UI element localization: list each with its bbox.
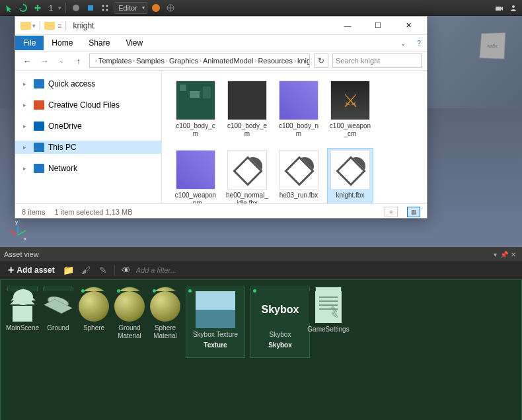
- asset-item[interactable]: Ground Procedural M...: [43, 287, 73, 317]
- asset-grid[interactable]: MainScene Scene Ground Procedural M... S…: [0, 279, 522, 420]
- camera-icon[interactable]: [493, 2, 505, 14]
- editor-toolbar: 1 ▾ Editor: [0, 0, 522, 16]
- file-item[interactable]: he00_normal_idle.fbx: [224, 148, 270, 203]
- ribbon-tab-file[interactable]: File: [15, 36, 44, 50]
- file-item[interactable]: knight.fbx: [327, 148, 373, 203]
- asset-name: Ground Material: [118, 324, 141, 340]
- panel-dropdown-icon[interactable]: ▾: [490, 251, 500, 258]
- close-button[interactable]: ✕: [395, 17, 422, 35]
- window-title: knight: [73, 21, 94, 30]
- forward-button[interactable]: →: [38, 56, 51, 66]
- asset-item[interactable]: Sphere Procedural M...: [79, 287, 109, 317]
- filter-input[interactable]: [136, 266, 215, 274]
- gizmo-icon[interactable]: [70, 2, 82, 14]
- folder-icon: [44, 22, 55, 30]
- tb-up-icon[interactable]: ≡: [57, 22, 61, 30]
- file-item[interactable]: c100_weapon_cm: [327, 79, 373, 140]
- asset-thumbnail: [110, 291, 149, 322]
- file-name: he03_run.fbx: [280, 192, 318, 199]
- wireframe-icon[interactable]: [165, 2, 176, 14]
- icons-view-button[interactable]: ▦: [407, 207, 420, 217]
- file-name: c100_weapon_cm: [329, 122, 371, 138]
- nav-item[interactable]: ▸ This PC: [15, 141, 161, 154]
- breadcrumb[interactable]: Samples: [136, 57, 165, 65]
- breadcrumb[interactable]: Templates: [98, 57, 131, 65]
- file-item[interactable]: c100_body_nm: [276, 79, 322, 140]
- explorer-nav-pane: ▸ Quick access ▸ Creative Cloud Files ▸ …: [15, 71, 162, 203]
- nav-item[interactable]: ▸ Quick access: [15, 77, 161, 90]
- status-item-count: 8 items: [22, 208, 45, 216]
- nav-item[interactable]: ▸ Creative Cloud Files: [15, 98, 161, 112]
- particles-icon[interactable]: [99, 2, 111, 14]
- ribbon-tab-view[interactable]: View: [118, 36, 151, 50]
- cube-tool-icon[interactable]: [85, 2, 96, 14]
- file-item[interactable]: c100_weapon_nm: [172, 148, 219, 203]
- ribbon-tab-share[interactable]: Share: [81, 36, 118, 50]
- panel-pin-icon[interactable]: 📌: [500, 251, 509, 258]
- asset-name: Ground: [47, 324, 69, 332]
- cloud-icon: [34, 100, 44, 110]
- cursor-tool-icon[interactable]: [3, 2, 15, 14]
- up-button[interactable]: ↑: [72, 56, 85, 66]
- tb-chevron-icon[interactable]: ▾: [32, 22, 36, 29]
- file-item[interactable]: c100_body_em: [224, 79, 270, 140]
- nav-label: This PC: [48, 143, 77, 152]
- nav-label: OneDrive: [48, 122, 82, 131]
- nav-item[interactable]: ▸ OneDrive: [15, 120, 161, 133]
- explorer-ribbon: File Home Share View ⌄ ?: [15, 35, 427, 51]
- maximize-button[interactable]: ☐: [365, 17, 391, 35]
- brush-icon[interactable]: 🖌: [80, 264, 92, 276]
- asset-item[interactable]: Skybox Texture Texture: [186, 287, 245, 358]
- breadcrumb[interactable]: AnimatedModel: [203, 57, 253, 65]
- file-item[interactable]: he03_run.fbx: [276, 148, 322, 203]
- file-item[interactable]: c100_body_cm: [172, 79, 219, 140]
- asset-thumbnail: [74, 291, 114, 322]
- search-input[interactable]: Search knight: [332, 53, 422, 68]
- asset-name: GameSettings: [307, 326, 349, 333]
- user-icon[interactable]: [507, 2, 519, 14]
- edit-icon[interactable]: ✎: [97, 264, 109, 276]
- caret-icon: ▸: [23, 81, 30, 87]
- asset-panel-header[interactable]: Asset view ▾ 📌 ✕: [0, 248, 522, 261]
- add-asset-button[interactable]: + Add asset: [5, 263, 57, 277]
- asset-item[interactable]: Sphere Material Material: [150, 287, 180, 317]
- asset-type: Texture: [204, 341, 227, 349]
- ribbon-expand-icon[interactable]: ⌄: [395, 40, 411, 47]
- svg-point-3: [106, 5, 108, 7]
- explorer-file-grid[interactable]: c100_body_cm c100_body_em c100_body_nm c…: [162, 71, 427, 203]
- panel-close-icon[interactable]: ✕: [509, 251, 518, 258]
- viewport-object[interactable]: [479, 32, 505, 59]
- snap-value: 1: [46, 4, 56, 12]
- help-icon[interactable]: ?: [411, 40, 427, 47]
- breadcrumb[interactable]: knight: [297, 57, 310, 65]
- nav-item[interactable]: ▸ Network: [15, 162, 161, 175]
- breadcrumb[interactable]: Graphics: [169, 57, 198, 65]
- minimize-button[interactable]: —: [334, 17, 361, 35]
- caret-icon: ▸: [23, 144, 30, 151]
- import-icon[interactable]: 📁: [63, 264, 75, 276]
- explorer-titlebar[interactable]: ▾ ≡ knight — ☐ ✕: [15, 17, 427, 35]
- eye-icon[interactable]: 👁: [120, 264, 132, 276]
- file-name: c100_body_cm: [174, 122, 217, 138]
- asset-type: Skybox: [268, 341, 292, 349]
- breadcrumb-bar[interactable]: › Templates› Samples› Graphics› Animated…: [89, 53, 310, 68]
- asset-item[interactable]: Ground Material Material: [114, 287, 145, 317]
- breadcrumb[interactable]: Resources: [258, 57, 293, 65]
- undo-icon[interactable]: [17, 2, 29, 14]
- caret-icon: ▸: [23, 123, 30, 129]
- recent-dropdown-icon[interactable]: ⌄: [55, 57, 68, 64]
- ribbon-tab-home[interactable]: Home: [44, 36, 81, 50]
- material-icon[interactable]: [150, 2, 162, 14]
- asset-item[interactable]: MainScene Scene: [7, 287, 38, 317]
- asset-item[interactable]: Skybox Skybox Skybox: [250, 287, 310, 358]
- svg-point-0: [73, 5, 79, 11]
- camera-mode-dropdown[interactable]: Editor: [114, 2, 147, 14]
- snap-dropdown-icon[interactable]: ▾: [58, 5, 61, 11]
- details-view-button[interactable]: ≡: [385, 207, 398, 217]
- refresh-button[interactable]: ↻: [314, 53, 328, 68]
- axis-gizmo[interactable]: y x: [12, 221, 32, 240]
- move-tool-icon[interactable]: [32, 2, 44, 14]
- back-button[interactable]: ←: [20, 56, 34, 66]
- nav-label: Network: [48, 164, 77, 173]
- asset-item[interactable]: GameSettings Game Settings: [315, 287, 342, 318]
